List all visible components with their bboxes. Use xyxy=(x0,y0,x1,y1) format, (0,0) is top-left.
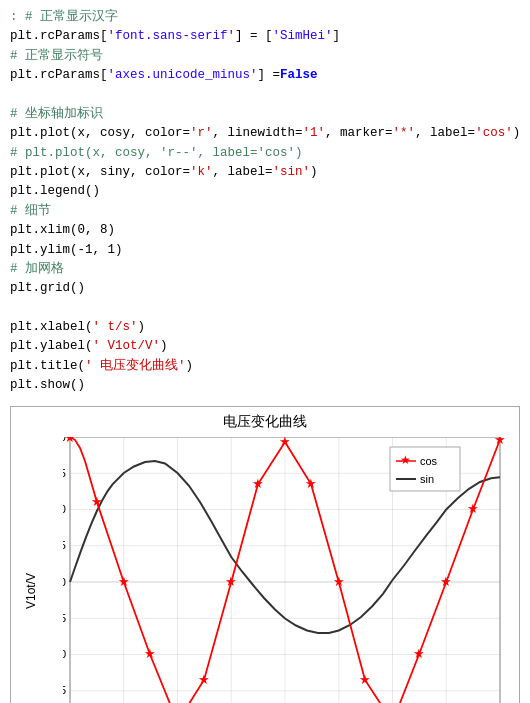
svg-text:★: ★ xyxy=(198,672,210,687)
svg-text:★: ★ xyxy=(225,574,237,589)
svg-text:★: ★ xyxy=(91,494,103,509)
svg-text:★: ★ xyxy=(64,437,76,445)
svg-text:★: ★ xyxy=(144,646,156,661)
code-line-7: # plt.plot(x, cosy, 'r--', label='cos') xyxy=(10,144,520,163)
svg-text:★: ★ xyxy=(279,437,291,449)
svg-text:★: ★ xyxy=(305,476,317,491)
svg-text:-0.50: -0.50 xyxy=(63,648,66,660)
svg-text:★: ★ xyxy=(494,437,506,447)
code-line-11: plt.xlim(0, 8) xyxy=(10,221,520,240)
svg-text:cos: cos xyxy=(420,455,438,467)
chart-container: 电压变化曲线 V1ot/V 1.00 xyxy=(10,406,520,704)
svg-text:sin: sin xyxy=(420,473,434,485)
code-line-17: plt.title(' 电压变化曲线') xyxy=(10,357,520,376)
code-line-14: plt.grid() xyxy=(10,279,520,298)
svg-text:★: ★ xyxy=(118,574,130,589)
svg-text:★: ★ xyxy=(440,574,452,589)
svg-text:★: ★ xyxy=(359,672,371,687)
code-line-empty1 xyxy=(10,86,520,105)
code-line-6: plt.plot(x, cosy, color='r', linewidth='… xyxy=(10,124,520,143)
code-line-12: plt.ylim(-1, 1) xyxy=(10,241,520,260)
code-line-5: # 坐标轴加标识 xyxy=(10,105,520,124)
code-line-13: # 加网格 xyxy=(10,260,520,279)
svg-text:0.75: 0.75 xyxy=(63,467,66,479)
code-line-4: plt.rcParams['axes.unicode_minus'] =Fals… xyxy=(10,66,520,85)
code-line-18: plt.show() xyxy=(10,376,520,395)
code-section: : # 正常显示汉字 plt.rcParams['font.sans-serif… xyxy=(0,0,530,402)
code-line-1: : # 正常显示汉字 xyxy=(10,8,520,27)
svg-text:★: ★ xyxy=(400,453,411,467)
code-line-10: # 细节 xyxy=(10,202,520,221)
code-line-9: plt.legend() xyxy=(10,182,520,201)
chart-svg: 1.00 0.75 0.50 0.25 0.00 -0.25 -0.50 -0.… xyxy=(63,437,507,704)
svg-text:0.50: 0.50 xyxy=(63,503,66,515)
svg-text:-0.25: -0.25 xyxy=(63,612,66,624)
code-line-16: plt.ylabel(' V1ot/V') xyxy=(10,337,520,356)
code-line-2: plt.rcParams['font.sans-serif'] = ['SimH… xyxy=(10,27,520,46)
code-line-15: plt.xlabel(' t/s') xyxy=(10,318,520,337)
code-line-8: plt.plot(x, siny, color='k', label='sin'… xyxy=(10,163,520,182)
svg-text:★: ★ xyxy=(333,574,345,589)
chart-area: 1.00 0.75 0.50 0.25 0.00 -0.25 -0.50 -0.… xyxy=(63,437,507,704)
svg-text:-0.75: -0.75 xyxy=(63,684,66,696)
code-line-3: # 正常显示符号 xyxy=(10,47,520,66)
y-axis-label: V1ot/V xyxy=(24,572,38,608)
svg-text:★: ★ xyxy=(252,476,264,491)
code-line-empty2 xyxy=(10,299,520,318)
svg-text:0.25: 0.25 xyxy=(63,539,66,551)
chart-title: 电压变化曲线 xyxy=(11,407,519,433)
svg-text:★: ★ xyxy=(467,501,479,516)
svg-text:★: ★ xyxy=(413,646,425,661)
svg-text:0.00: 0.00 xyxy=(63,576,66,588)
